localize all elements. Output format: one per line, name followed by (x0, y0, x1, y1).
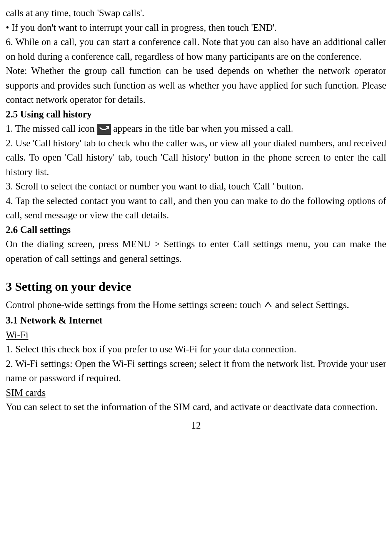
missed-call-icon (97, 124, 111, 135)
section-heading-2-6: 2.6 Call settings (6, 223, 386, 237)
body-text: You can select to set the information of… (6, 400, 386, 414)
body-text: 3. Scroll to select the contact or numbe… (6, 179, 386, 194)
apps-caret-icon (264, 299, 273, 313)
page-number: 12 (6, 418, 386, 433)
section-heading-2-5: 2.5 Using call history (6, 107, 386, 122)
text-segment: and select Settings. (275, 300, 349, 310)
body-text: calls at any time, touch 'Swap calls'. (6, 6, 386, 20)
body-text: 2. Wi-Fi settings: Open the Wi-Fi settin… (6, 357, 386, 385)
body-text: Control phone-wide settings from the Hom… (6, 298, 386, 313)
body-text: 1. Select this check box if you prefer t… (6, 342, 386, 357)
text-segment: 1. The missed call icon (6, 123, 97, 134)
chapter-heading-3: 3 Setting on your device (6, 277, 386, 296)
body-text: Note: Whether the group call function ca… (6, 64, 386, 107)
subsection-wifi: Wi-Fi (6, 328, 386, 342)
body-text: 1. The missed call icon appears in the t… (6, 121, 386, 136)
text-segment: Control phone-wide settings from the Hom… (6, 300, 264, 310)
body-text: • If you don't want to interrupt your ca… (6, 20, 386, 35)
body-text: On the dialing screen, press MENU > Sett… (6, 237, 386, 266)
body-text: 2. Use 'Call history' tab to check who t… (6, 136, 386, 179)
text-segment: appears in the title bar when you missed… (113, 123, 293, 134)
subsection-sim: SIM cards (6, 385, 386, 400)
body-text: 6. While on a call, you can start a conf… (6, 35, 386, 64)
body-text: 4. Tap the selected contact you want to … (6, 194, 386, 223)
underline-text: Wi-Fi (6, 330, 28, 340)
section-heading-3-1: 3.1 Network & Internet (6, 313, 386, 328)
underline-text: SIM cards (6, 387, 45, 398)
